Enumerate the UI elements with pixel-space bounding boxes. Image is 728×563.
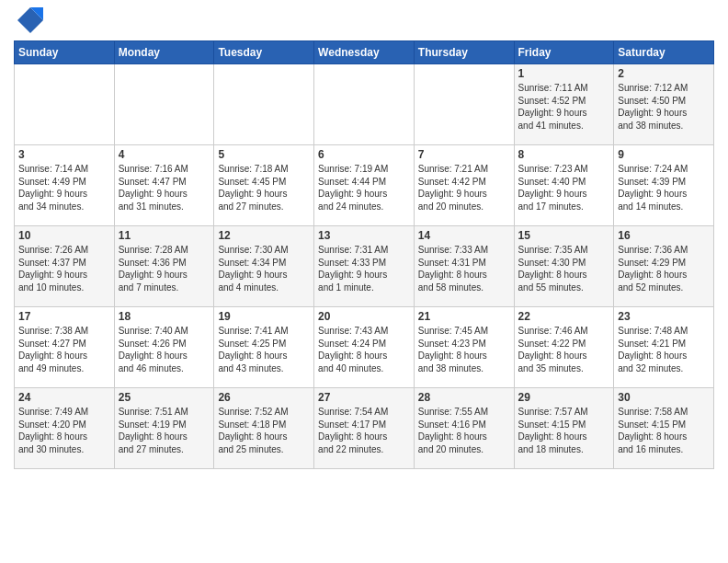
week-row-3: 10Sunrise: 7:26 AM Sunset: 4:37 PM Dayli…: [15, 226, 714, 307]
day-cell: 2Sunrise: 7:12 AM Sunset: 4:50 PM Daylig…: [614, 64, 714, 145]
day-number: 11: [119, 229, 210, 242]
weekday-header-tuesday: Tuesday: [214, 41, 314, 64]
week-row-1: 1Sunrise: 7:11 AM Sunset: 4:52 PM Daylig…: [15, 64, 714, 145]
day-info: Sunrise: 7:43 AM Sunset: 4:24 PM Dayligh…: [318, 325, 410, 374]
day-number: 16: [618, 229, 710, 242]
day-info: Sunrise: 7:54 AM Sunset: 4:17 PM Dayligh…: [318, 406, 410, 455]
week-row-4: 17Sunrise: 7:38 AM Sunset: 4:27 PM Dayli…: [15, 307, 714, 388]
day-info: Sunrise: 7:12 AM Sunset: 4:50 PM Dayligh…: [618, 82, 710, 132]
day-info: Sunrise: 7:46 AM Sunset: 4:22 PM Dayligh…: [518, 325, 610, 374]
day-info: Sunrise: 7:55 AM Sunset: 4:16 PM Dayligh…: [418, 406, 510, 455]
day-cell: 18Sunrise: 7:40 AM Sunset: 4:26 PM Dayli…: [114, 307, 214, 388]
day-cell: 20Sunrise: 7:43 AM Sunset: 4:24 PM Dayli…: [314, 307, 415, 388]
day-info: Sunrise: 7:41 AM Sunset: 4:25 PM Dayligh…: [218, 325, 310, 374]
weekday-header-wednesday: Wednesday: [314, 41, 415, 64]
day-number: 8: [518, 148, 610, 161]
day-info: Sunrise: 7:24 AM Sunset: 4:39 PM Dayligh…: [618, 163, 710, 213]
day-number: 23: [618, 310, 710, 323]
day-number: 5: [218, 148, 310, 161]
day-number: 30: [618, 391, 710, 404]
day-cell: 16Sunrise: 7:36 AM Sunset: 4:29 PM Dayli…: [614, 226, 714, 307]
day-cell: 10Sunrise: 7:26 AM Sunset: 4:37 PM Dayli…: [15, 226, 115, 307]
day-number: 9: [618, 148, 710, 161]
day-number: 29: [518, 391, 610, 404]
day-cell: 27Sunrise: 7:54 AM Sunset: 4:17 PM Dayli…: [314, 388, 415, 469]
day-cell: 24Sunrise: 7:49 AM Sunset: 4:20 PM Dayli…: [15, 388, 115, 469]
day-cell: 19Sunrise: 7:41 AM Sunset: 4:25 PM Dayli…: [214, 307, 314, 388]
day-cell: 25Sunrise: 7:51 AM Sunset: 4:19 PM Dayli…: [114, 388, 214, 469]
day-cell: 1Sunrise: 7:11 AM Sunset: 4:52 PM Daylig…: [514, 64, 614, 145]
day-cell: 29Sunrise: 7:57 AM Sunset: 4:15 PM Dayli…: [514, 388, 614, 469]
day-info: Sunrise: 7:18 AM Sunset: 4:45 PM Dayligh…: [218, 163, 310, 213]
day-info: Sunrise: 7:23 AM Sunset: 4:40 PM Dayligh…: [518, 163, 610, 213]
calendar: SundayMondayTuesdayWednesdayThursdayFrid…: [14, 40, 714, 469]
day-info: Sunrise: 7:52 AM Sunset: 4:18 PM Dayligh…: [218, 406, 310, 455]
day-info: Sunrise: 7:16 AM Sunset: 4:47 PM Dayligh…: [119, 163, 210, 213]
logo-icon: [17, 7, 43, 33]
day-info: Sunrise: 7:21 AM Sunset: 4:42 PM Dayligh…: [418, 163, 510, 213]
day-cell: 11Sunrise: 7:28 AM Sunset: 4:36 PM Dayli…: [114, 226, 214, 307]
day-cell: [15, 64, 115, 145]
weekday-header-monday: Monday: [114, 41, 214, 64]
day-cell: 28Sunrise: 7:55 AM Sunset: 4:16 PM Dayli…: [414, 388, 514, 469]
day-cell: [314, 64, 415, 145]
day-number: 15: [518, 229, 610, 242]
day-number: 10: [18, 229, 110, 242]
day-info: Sunrise: 7:19 AM Sunset: 4:44 PM Dayligh…: [318, 163, 410, 213]
day-info: Sunrise: 7:48 AM Sunset: 4:21 PM Dayligh…: [618, 325, 710, 374]
day-number: 3: [18, 148, 110, 161]
day-cell: [214, 64, 314, 145]
day-number: 27: [318, 391, 410, 404]
logo: [14, 9, 43, 35]
day-info: Sunrise: 7:51 AM Sunset: 4:19 PM Dayligh…: [119, 406, 210, 455]
day-info: Sunrise: 7:28 AM Sunset: 4:36 PM Dayligh…: [119, 244, 210, 293]
week-row-5: 24Sunrise: 7:49 AM Sunset: 4:20 PM Dayli…: [15, 388, 714, 469]
day-cell: 9Sunrise: 7:24 AM Sunset: 4:39 PM Daylig…: [614, 145, 714, 226]
day-info: Sunrise: 7:36 AM Sunset: 4:29 PM Dayligh…: [618, 244, 710, 293]
weekday-header-row: SundayMondayTuesdayWednesdayThursdayFrid…: [15, 41, 714, 64]
header: [14, 9, 714, 35]
weekday-header-friday: Friday: [514, 41, 614, 64]
day-number: 26: [218, 391, 310, 404]
day-number: 4: [119, 148, 210, 161]
weekday-header-saturday: Saturday: [614, 41, 714, 64]
day-number: 17: [18, 310, 110, 323]
day-number: 20: [318, 310, 410, 323]
weekday-header-sunday: Sunday: [15, 41, 115, 64]
day-cell: 22Sunrise: 7:46 AM Sunset: 4:22 PM Dayli…: [514, 307, 614, 388]
day-cell: 7Sunrise: 7:21 AM Sunset: 4:42 PM Daylig…: [414, 145, 514, 226]
day-number: 18: [119, 310, 210, 323]
day-number: 28: [418, 391, 510, 404]
day-cell: 3Sunrise: 7:14 AM Sunset: 4:49 PM Daylig…: [15, 145, 115, 226]
day-info: Sunrise: 7:35 AM Sunset: 4:30 PM Dayligh…: [518, 244, 610, 293]
week-row-2: 3Sunrise: 7:14 AM Sunset: 4:49 PM Daylig…: [15, 145, 714, 226]
day-cell: 13Sunrise: 7:31 AM Sunset: 4:33 PM Dayli…: [314, 226, 415, 307]
day-cell: [114, 64, 214, 145]
day-cell: 17Sunrise: 7:38 AM Sunset: 4:27 PM Dayli…: [15, 307, 115, 388]
day-info: Sunrise: 7:31 AM Sunset: 4:33 PM Dayligh…: [318, 244, 410, 293]
day-number: 25: [119, 391, 210, 404]
day-cell: 12Sunrise: 7:30 AM Sunset: 4:34 PM Dayli…: [214, 226, 314, 307]
day-info: Sunrise: 7:49 AM Sunset: 4:20 PM Dayligh…: [18, 406, 110, 455]
day-number: 2: [618, 67, 710, 80]
day-info: Sunrise: 7:58 AM Sunset: 4:15 PM Dayligh…: [618, 406, 710, 455]
day-cell: 26Sunrise: 7:52 AM Sunset: 4:18 PM Dayli…: [214, 388, 314, 469]
page: SundayMondayTuesdayWednesdayThursdayFrid…: [0, 0, 728, 478]
day-cell: 15Sunrise: 7:35 AM Sunset: 4:30 PM Dayli…: [514, 226, 614, 307]
day-number: 22: [518, 310, 610, 323]
day-info: Sunrise: 7:30 AM Sunset: 4:34 PM Dayligh…: [218, 244, 310, 293]
day-number: 14: [418, 229, 510, 242]
day-cell: 8Sunrise: 7:23 AM Sunset: 4:40 PM Daylig…: [514, 145, 614, 226]
day-info: Sunrise: 7:45 AM Sunset: 4:23 PM Dayligh…: [418, 325, 510, 374]
day-number: 13: [318, 229, 410, 242]
day-info: Sunrise: 7:33 AM Sunset: 4:31 PM Dayligh…: [418, 244, 510, 293]
day-info: Sunrise: 7:26 AM Sunset: 4:37 PM Dayligh…: [18, 244, 110, 293]
day-cell: 23Sunrise: 7:48 AM Sunset: 4:21 PM Dayli…: [614, 307, 714, 388]
weekday-header-thursday: Thursday: [414, 41, 514, 64]
day-info: Sunrise: 7:57 AM Sunset: 4:15 PM Dayligh…: [518, 406, 610, 455]
day-info: Sunrise: 7:11 AM Sunset: 4:52 PM Dayligh…: [518, 82, 610, 132]
day-number: 12: [218, 229, 310, 242]
day-cell: 21Sunrise: 7:45 AM Sunset: 4:23 PM Dayli…: [414, 307, 514, 388]
day-info: Sunrise: 7:40 AM Sunset: 4:26 PM Dayligh…: [119, 325, 210, 374]
day-cell: [414, 64, 514, 145]
